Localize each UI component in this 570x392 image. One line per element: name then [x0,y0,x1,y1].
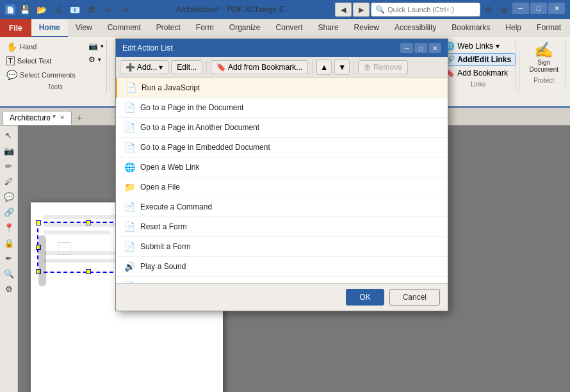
list-item-run-js[interactable]: 📄 Run a JavaScript [116,78,448,98]
reset-form-icon: 📄 [124,221,135,233]
dialog-move-up-button[interactable]: ▲ [316,60,332,75]
dialog-title-bar: Edit Action List ─ □ ✕ [116,39,448,57]
sidebar-tool-pin[interactable]: 📍 [2,220,16,234]
scroll-indicator [38,235,46,286]
save-button[interactable]: 💾 [18,3,32,17]
dialog-maximize-button[interactable]: □ [414,43,427,53]
email-button[interactable]: 📧 [68,3,82,17]
tools-options-button[interactable]: ⚙▾ [84,53,108,66]
tab-close-button[interactable]: ✕ [60,114,65,121]
links-group-label: Links [471,81,485,88]
snapshot-dropdown-button[interactable]: 📷▾ [84,40,108,53]
sidebar-tool-pencil[interactable]: ✏ [2,159,16,173]
bookmark-icon: 🔖 [216,63,226,72]
tab-help[interactable]: Help [498,19,529,37]
maximize-button[interactable]: □ [530,3,547,14]
hand-tool-button[interactable]: ✋ Hand [2,40,80,54]
dialog-add-dropdown-button[interactable]: ➕ Add... ▾ [120,60,168,74]
tab-file[interactable]: File [0,19,31,37]
list-item-execute-command[interactable]: 📄 Execute a Command [116,197,448,217]
list-item-go-page-embedded[interactable]: 📄 Go to a Page in Embedded Document [116,138,448,158]
add-dropdown-chevron-icon: ▾ [159,63,163,72]
list-item-submit-form[interactable]: 📄 Submit a Form [116,237,448,257]
dialog-close-button[interactable]: ✕ [428,43,441,53]
tab-organize[interactable]: Organize [222,19,268,37]
edit-action-list-dialog: Edit Action List ─ □ ✕ ➕ Add... ▾ Edit..… [115,38,448,311]
sidebar-tool-pen[interactable]: 🖊 [2,174,16,188]
dialog-add-from-bookmark-button[interactable]: 🔖 Add from Bookmark... [211,60,308,74]
tools-dropdown-button[interactable]: 🛠 [85,3,99,17]
toolbar-separator-3 [354,61,354,74]
quick-launch-input[interactable] [387,6,476,13]
sidebar-tool-comment[interactable]: 💬 [2,190,16,204]
view-toggle-button[interactable]: ⊞ [497,3,511,17]
web-links-dropdown-icon: ▾ [496,42,500,51]
nav-forward-button[interactable]: ▶ [353,3,370,17]
tab-home[interactable]: Home [31,19,68,37]
print-button[interactable]: 🖨 [51,3,65,17]
play-sound-icon: 🔊 [124,261,135,272]
sidebar-tool-camera[interactable]: 📷 [2,143,16,158]
dialog-ok-button[interactable]: OK [346,289,384,306]
sidebar-tool-settings[interactable]: ⚙ [2,282,16,296]
sidebar-tool-edit[interactable]: ✒ [2,251,16,265]
dialog-remove-button[interactable]: 🗑 Remove [358,60,408,74]
list-item-go-page-another[interactable]: 📄 Go to a Page in Another Document [116,118,448,138]
list-item-play-sound[interactable]: 🔊 Play a Sound [116,257,448,277]
redo-button[interactable]: ↪ [118,3,132,17]
select-comments-icon: 💬 [6,70,17,80]
list-item-open-file[interactable]: 📁 Open a File [116,177,448,197]
select-comments-button[interactable]: 💬 Select Comments [2,68,80,82]
add-icon: ➕ [126,63,135,72]
document-tab-architecture[interactable]: Architecture * ✕ [3,111,72,125]
title-text: Architecture* - PDF-XChange E... [176,5,291,14]
tab-convert[interactable]: Convert [268,19,311,37]
ribbon-group-links: 🌐 Web Links ▾ 🔗 Add/Edit Links 🔖 Add Boo… [441,40,517,90]
tab-format[interactable]: Format [529,19,569,37]
list-item-open-web-link[interactable]: 🌐 Open a Web Link [116,158,448,177]
tab-share[interactable]: Share [311,19,346,37]
add-edit-links-button[interactable]: 🔗 Add/Edit Links [441,53,516,66]
ribbon-tabs[interactable]: File Home View Comment Protect Form Orga… [0,19,570,37]
ribbon-group-tools: ✋ Hand T Select Text 💬 Select Comments 📷… [4,40,107,93]
options-button[interactable]: ⚙ [482,3,496,17]
sign-document-icon: ✍ [534,42,553,58]
window-controls[interactable]: ◀ ▶ 🔍 ⚙ ⊞ ─ □ ✕ [335,3,565,17]
open-button[interactable]: 📂 [35,3,49,17]
links-buttons: 🌐 Web Links ▾ 🔗 Add/Edit Links 🔖 Add Boo… [441,40,516,79]
sidebar-tool-search[interactable]: 🔍 [2,266,16,281]
sign-document-button[interactable]: ✍ SignDocument [525,40,563,76]
dialog-edit-button[interactable]: Edit... [171,60,202,74]
undo-button[interactable]: ↩ [101,3,115,17]
web-links-dropdown-button[interactable]: 🌐 Web Links ▾ [441,40,516,53]
list-item-go-page-doc[interactable]: 📄 Go to a Page in the Document [116,98,448,118]
left-sidebar: ↖ 📷 ✏ 🖊 💬 🔗 📍 🔒 ✒ 🔍 ⚙ [0,126,18,392]
tools-group-label: Tools [47,83,62,90]
options-icon: ⚙ [88,55,95,64]
minimize-button[interactable]: ─ [512,3,529,14]
dialog-minimize-button[interactable]: ─ [400,43,413,53]
tab-accessibility[interactable]: Accessibility [387,19,444,37]
tab-comment[interactable]: Comment [100,19,149,37]
tab-protect[interactable]: Protect [149,19,188,37]
dialog-cancel-button[interactable]: Cancel [389,289,440,306]
add-bookmark-button[interactable]: 🔖 Add Bookmark [441,67,516,79]
list-item-go-3d[interactable]: 📄 Go to a 3D/Multimedia View [116,277,448,283]
page-line [44,231,110,234]
quick-access-toolbar[interactable]: 📄 💾 📂 🖨 📧 🛠 ↩ ↪ [5,3,132,17]
nav-back-button[interactable]: ◀ [335,3,352,17]
sidebar-tool-cursor[interactable]: ↖ [2,128,16,142]
tab-review[interactable]: Review [346,19,387,37]
dialog-window-controls[interactable]: ─ □ ✕ [400,43,441,53]
dialog-move-down-button[interactable]: ▼ [334,60,350,75]
sidebar-tool-lock[interactable]: 🔒 [2,236,16,250]
close-button[interactable]: ✕ [548,3,565,14]
tab-view[interactable]: View [68,19,100,37]
quick-launch-search[interactable]: 🔍 [371,3,480,17]
select-text-button[interactable]: T Select Text [2,54,80,67]
tab-bookmarks[interactable]: Bookmarks [444,19,498,37]
new-tab-button[interactable]: + [73,111,86,124]
sidebar-tool-link[interactable]: 🔗 [2,205,16,219]
tab-form[interactable]: Form [188,19,222,37]
list-item-reset-form[interactable]: 📄 Reset a Form [116,217,448,237]
